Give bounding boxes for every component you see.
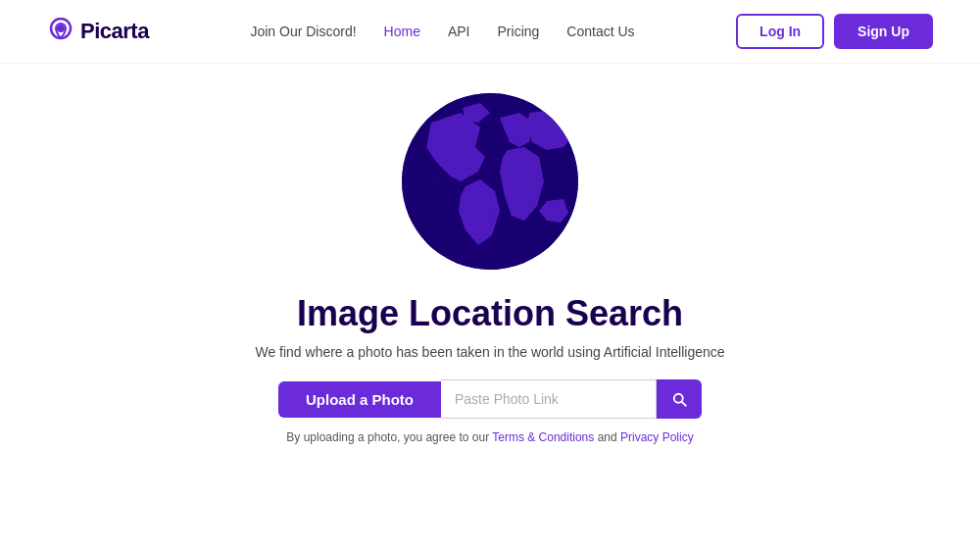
terms-link[interactable]: Terms & Conditions (492, 430, 594, 444)
nav-contact[interactable]: Contact Us (566, 24, 634, 39)
main-content: Image Location Search We find where a ph… (0, 64, 980, 444)
search-button[interactable] (657, 379, 702, 419)
search-icon (670, 390, 688, 408)
page-title: Image Location Search (297, 293, 683, 334)
search-row: Upload a Photo (278, 379, 702, 419)
nav-home[interactable]: Home (384, 24, 420, 39)
globe-svg (402, 93, 578, 270)
logo-icon (47, 18, 74, 45)
page-subtitle: We find where a photo has been taken in … (255, 344, 724, 360)
search-input[interactable] (441, 379, 657, 419)
nav-pricing[interactable]: Pricing (498, 24, 540, 39)
svg-point-1 (57, 25, 65, 32)
globe-visual (402, 93, 578, 270)
main-nav: Join Our Discord! Home API Pricing Conta… (250, 24, 634, 39)
terms-text: By uploading a photo, you agree to our T… (286, 430, 693, 444)
signup-button[interactable]: Sign Up (834, 14, 933, 49)
logo-text: Picarta (80, 19, 149, 44)
login-button[interactable]: Log In (736, 14, 824, 49)
nav-api[interactable]: API (448, 24, 470, 39)
privacy-link[interactable]: Privacy Policy (620, 430, 694, 444)
nav-discord[interactable]: Join Our Discord! (250, 24, 356, 39)
upload-button[interactable]: Upload a Photo (278, 381, 441, 418)
auth-buttons: Log In Sign Up (736, 14, 933, 49)
logo[interactable]: Picarta (47, 18, 149, 45)
